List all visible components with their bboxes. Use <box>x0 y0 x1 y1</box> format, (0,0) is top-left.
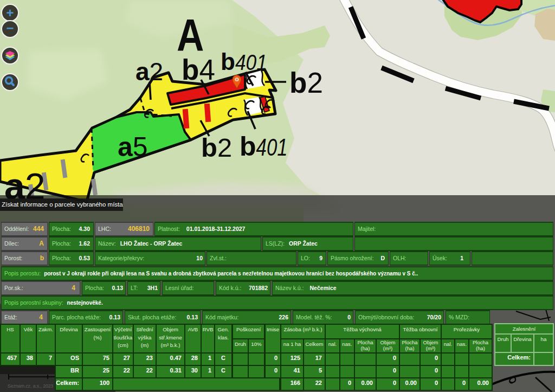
svg-text:b401: b401 <box>221 48 267 75</box>
svg-text:b2: b2 <box>289 67 323 99</box>
svg-text:b4: b4 <box>182 54 215 86</box>
svg-text:b2: b2 <box>201 133 232 162</box>
svg-text:b401: b401 <box>240 131 288 162</box>
svg-text:a5: a5 <box>118 132 148 162</box>
svg-text:a2: a2 <box>135 57 163 86</box>
svg-text:A: A <box>177 10 204 61</box>
